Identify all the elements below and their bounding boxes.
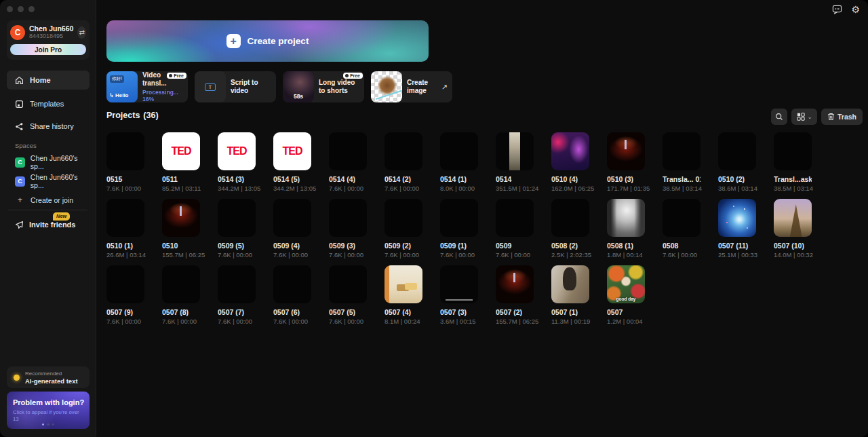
join-pro-button[interactable]: Join Pro — [10, 44, 86, 55]
project-stats: 7.6K | 00:00 — [218, 251, 256, 259]
sidebar-item-share-history[interactable]: Share history — [7, 117, 90, 136]
project-card[interactable]: Transla... 01 (1) 38.5M | 03:14 — [663, 132, 701, 192]
project-thumbnail: TED — [218, 132, 256, 170]
invite-friends-button[interactable]: Invite friends — [7, 216, 92, 233]
project-name: 0507 (11) — [718, 242, 756, 250]
script-to-video-thumbnail: T — [195, 71, 226, 102]
switch-account-button[interactable]: ⇄ — [77, 26, 86, 39]
sidebar-item-templates[interactable]: Templates — [7, 94, 90, 113]
search-icon — [775, 113, 783, 121]
project-stats: 8.1M | 00:24 — [384, 318, 422, 325]
project-thumbnail — [440, 132, 478, 170]
project-card[interactable]: 0507 (10) 14.0M | 00:32 — [774, 199, 812, 259]
quick-card-create-image[interactable]: Create image ↗ — [371, 71, 452, 102]
project-name: 0507 (1) — [551, 308, 589, 316]
sidebar-item-home[interactable]: Home — [7, 71, 90, 90]
minimize-window-button[interactable] — [18, 6, 24, 12]
thumbnail-text: TED — [172, 145, 191, 157]
project-stats: 7.6K | 00:00 — [663, 251, 701, 259]
avatar: C — [10, 25, 25, 40]
trash-button[interactable]: Trash — [821, 109, 863, 125]
create-image-thumbnail — [371, 71, 402, 102]
quick-card-long-video-to-shorts[interactable]: Free 58s Long video to shorts — [283, 71, 364, 102]
search-button[interactable] — [771, 109, 787, 125]
project-card[interactable]: 0510 (2) 38.6M | 03:14 — [718, 132, 756, 192]
project-card[interactable]: 0509 (5) 7.6K | 00:00 — [218, 199, 256, 259]
project-card[interactable]: 0508 (2) 2.5K | 2:02:35 — [551, 199, 589, 259]
project-card[interactable]: 0509 (4) 7.6K | 00:00 — [273, 199, 311, 259]
project-stats: 344.2M | 13:05 — [218, 185, 256, 192]
close-window-button[interactable] — [7, 6, 13, 12]
zoom-window-button[interactable] — [28, 6, 35, 12]
project-card[interactable]: 0514 351.5M | 01:24 — [496, 132, 534, 192]
project-card[interactable]: TED 0511 85.2M | 03:11 — [162, 132, 200, 192]
sidebar-item-space-2[interactable]: C Chen Jun660's sp... — [7, 173, 92, 189]
project-card[interactable]: 0507 (4) 8.1M | 00:24 — [384, 265, 422, 325]
long-video-thumbnail: 58s — [283, 71, 314, 102]
project-stats: 1.8M | 00:14 — [607, 251, 645, 259]
project-card[interactable]: 0514 (2) 7.6K | 00:00 — [384, 132, 422, 192]
project-card[interactable]: 0514 (4) 7.6K | 00:00 — [329, 132, 367, 192]
project-name: 0514 (5) — [273, 175, 311, 183]
quick-card-video-translate[interactable]: Free 你好! ↳ Hello Video transl... Process… — [106, 71, 188, 102]
project-card[interactable]: 0507 (6) 7.6K | 00:00 — [273, 265, 311, 325]
project-name: 0510 (3) — [607, 175, 645, 183]
project-card[interactable]: 0509 (2) 7.6K | 00:00 — [384, 199, 422, 259]
project-thumbnail — [607, 199, 645, 237]
project-card[interactable]: 0510 (1) 26.6M | 03:14 — [106, 199, 144, 259]
project-card[interactable]: TED 0514 (3) 344.2M | 13:05 — [218, 132, 256, 192]
project-name: 0510 — [162, 242, 200, 250]
project-card[interactable]: 0507 (7) 7.6K | 00:00 — [218, 265, 256, 325]
project-card[interactable]: 0509 (3) 7.6K | 00:00 — [329, 199, 367, 259]
project-card[interactable]: 0509 (1) 7.6K | 00:00 — [440, 199, 478, 259]
project-card[interactable]: 0508 7.6K | 00:00 — [663, 199, 701, 259]
project-card[interactable]: 0507 (5) 7.6K | 00:00 — [329, 265, 367, 325]
project-card[interactable]: 0507 (9) 7.6K | 00:00 — [106, 265, 144, 325]
create-project-banner[interactable]: + Create project — [106, 20, 429, 62]
project-thumbnail — [273, 265, 311, 303]
project-card[interactable]: Transl...ask 01 38.5M | 03:14 — [774, 132, 812, 192]
sidebar-item-label: Home — [30, 76, 51, 84]
project-card[interactable]: 0507 (1) 11.3M | 00:19 — [551, 265, 589, 325]
send-icon — [15, 221, 24, 229]
project-card[interactable]: 0507 (11) 25.1M | 00:33 — [718, 199, 756, 259]
project-card[interactable]: 0509 7.6K | 00:00 — [496, 199, 534, 259]
quick-card-script-to-video[interactable]: T Script to video — [195, 71, 276, 102]
settings-gear-icon[interactable]: ⚙ — [851, 5, 860, 14]
pagination-dot[interactable] — [47, 423, 50, 426]
project-card[interactable]: good day 0507 1.2M | 00:04 — [607, 265, 645, 325]
project-card[interactable]: 0514 (1) 8.0K | 00:00 — [440, 132, 478, 192]
project-card[interactable]: 0515 7.6K | 00:00 — [106, 132, 144, 192]
project-name: 0509 (1) — [440, 242, 478, 250]
pagination-dot[interactable] — [42, 423, 45, 426]
project-stats: 38.5M | 03:14 — [663, 185, 701, 192]
recommended-card[interactable]: Recommended AI-generated text — [7, 366, 90, 388]
project-stats: 7.6K | 00:00 — [384, 185, 422, 192]
project-thumbnail: good day — [607, 265, 645, 303]
project-card[interactable]: 0510 155.7M | 06:25 — [162, 199, 200, 259]
project-card[interactable]: TED 0514 (5) 344.2M | 13:05 — [273, 132, 311, 192]
project-card[interactable]: 0508 (1) 1.8M | 00:14 — [607, 199, 645, 259]
create-project-label: Create project — [248, 36, 309, 46]
login-help-banner[interactable]: Problem with login? Click to appeal if y… — [7, 392, 90, 429]
create-or-join-button[interactable]: + Create or join — [7, 192, 92, 208]
pagination-dot[interactable] — [52, 423, 55, 426]
profile-card[interactable]: C Chen Jun660 8443018495 ⇄ Join Pro — [7, 20, 90, 60]
project-name: 0509 (2) — [384, 242, 422, 250]
project-thumbnail — [218, 265, 256, 303]
project-card[interactable]: 0507 (2) 155.7M | 06:25 — [496, 265, 534, 325]
project-name: 0511 — [162, 175, 200, 183]
project-card[interactable]: 0510 (3) 171.7M | 01:35 — [607, 132, 645, 192]
project-thumbnail — [384, 265, 422, 303]
feedback-message-icon[interactable] — [832, 5, 842, 14]
view-toggle-button[interactable]: ⌄ — [791, 109, 817, 125]
thumbnail-text: TED — [283, 145, 302, 157]
project-card[interactable]: 0507 (3) 3.6M | 00:15 — [440, 265, 478, 325]
project-thumbnail — [774, 199, 812, 237]
project-thumbnail — [551, 132, 589, 170]
project-name: 0507 (5) — [329, 308, 367, 316]
project-card[interactable]: 0510 (4) 162.0M | 06:25 — [551, 132, 589, 192]
project-card[interactable]: 0507 (8) 7.6K | 00:00 — [162, 265, 200, 325]
sidebar-item-space-1[interactable]: C Chen Jun660's sp... — [7, 154, 92, 170]
project-thumbnail — [718, 132, 756, 170]
